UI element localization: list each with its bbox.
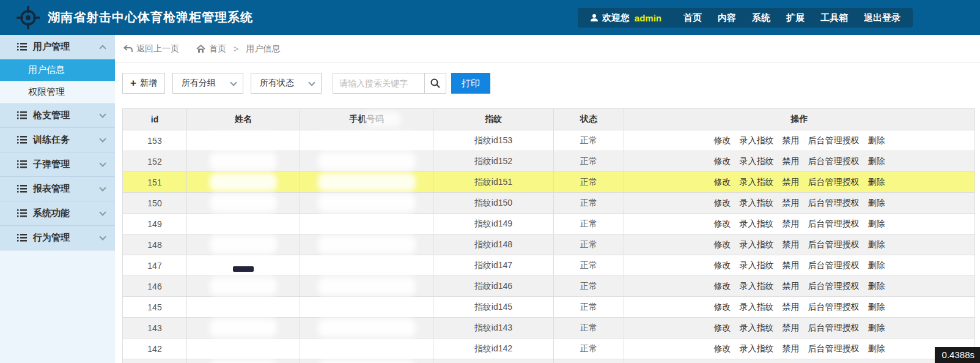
row-action-link[interactable]: 删除 — [868, 343, 885, 354]
cell-fingerprint: 指纹id147 — [433, 255, 554, 276]
sidebar-item[interactable]: 系统功能 — [0, 201, 115, 226]
back-to-previous-link[interactable]: 返回上一页 — [123, 43, 179, 54]
search-box — [333, 73, 446, 94]
cell-fingerprint: 指纹id142 — [433, 339, 554, 359]
row-action-link[interactable]: 修改 — [714, 343, 731, 354]
row-action-link[interactable]: 修改 — [714, 219, 731, 230]
sidebar-item[interactable]: 报表管理 — [0, 177, 115, 201]
row-action-link[interactable]: 录入指纹 — [740, 177, 774, 188]
row-action-link[interactable]: 录入指纹 — [740, 198, 774, 209]
top-nav-item[interactable]: 工具箱 — [820, 12, 848, 23]
username-link[interactable]: admin — [635, 13, 661, 23]
row-action-link[interactable]: 禁用 — [783, 219, 800, 230]
row-action-link[interactable]: 禁用 — [783, 260, 800, 271]
row-action-link[interactable]: 后台管理授权 — [808, 260, 860, 271]
row-action-link[interactable]: 删除 — [868, 198, 885, 209]
print-button[interactable]: 打印 — [451, 73, 490, 94]
row-action-link[interactable]: 删除 — [868, 260, 885, 271]
row-action-link[interactable]: 录入指纹 — [740, 219, 774, 230]
row-action-link[interactable]: 修改 — [714, 198, 731, 209]
row-action-link[interactable]: 删除 — [868, 323, 885, 334]
row-action-link[interactable]: 禁用 — [783, 323, 800, 334]
top-nav-item[interactable]: 内容 — [718, 12, 736, 23]
row-action-link[interactable]: 删除 — [868, 156, 885, 167]
page-title: 湖南省射击中心体育枪弹柜管理系统 — [48, 9, 253, 26]
search-input[interactable] — [333, 73, 424, 94]
top-nav-item[interactable]: 首页 — [683, 12, 702, 23]
table-row: 145 指纹id145 正常 修改录入指纹禁用后台管理授权删除 — [123, 297, 975, 318]
row-action-link[interactable]: 修改 — [714, 177, 731, 188]
cell-phone — [300, 255, 433, 276]
row-action-link[interactable]: 删除 — [868, 239, 885, 250]
top-nav-item[interactable]: 扩展 — [786, 12, 805, 23]
group-filter-select[interactable]: 所有分组 — [172, 73, 243, 94]
row-action-link[interactable]: 后台管理授权 — [808, 302, 860, 313]
row-action-link[interactable]: 禁用 — [783, 156, 800, 167]
row-action-link[interactable]: 录入指纹 — [740, 323, 774, 334]
row-action-link[interactable]: 禁用 — [783, 343, 800, 354]
search-button[interactable] — [424, 73, 446, 94]
row-action-link[interactable]: 后台管理授权 — [808, 219, 860, 230]
chevron-down-icon — [303, 73, 321, 93]
row-action-link[interactable]: 删除 — [868, 135, 885, 146]
cell-status: 正常 — [554, 151, 624, 172]
row-action-link[interactable]: 录入指纹 — [740, 135, 774, 146]
sidebar-subitem[interactable]: 用户信息 — [0, 59, 115, 81]
sidebar-item[interactable]: 训练任务 — [0, 128, 115, 152]
row-action-link[interactable]: 后台管理授权 — [808, 177, 860, 188]
redaction-blur — [210, 319, 277, 337]
row-action-link[interactable]: 修改 — [714, 302, 731, 313]
row-action-link[interactable]: 后台管理授权 — [808, 156, 860, 167]
table-row: 149 指纹id149 正常 修改录入指纹禁用后台管理授权删除 — [123, 214, 975, 234]
row-action-link[interactable]: 修改 — [714, 135, 731, 146]
row-action-link[interactable]: 录入指纹 — [740, 239, 774, 250]
breadcrumb-home-link[interactable]: 首页 — [196, 43, 226, 54]
sidebar-item[interactable]: 枪支管理 — [0, 103, 115, 128]
sidebar-item[interactable]: 行为管理 — [0, 226, 115, 250]
row-action-link[interactable]: 禁用 — [783, 302, 800, 313]
table-row: 146 指纹id146 正常 修改录入指纹禁用后台管理授权删除 — [123, 276, 975, 297]
cell-status: 正常 — [554, 318, 624, 339]
cell-phone — [300, 193, 433, 214]
sidebar-item[interactable]: 用户管理 — [0, 35, 115, 59]
row-action-link[interactable]: 后台管理授权 — [808, 343, 860, 354]
row-action-link[interactable]: 录入指纹 — [740, 302, 774, 313]
row-action-link[interactable]: 录入指纹 — [740, 156, 774, 167]
sidebar-subitem[interactable]: 权限管理 — [0, 81, 115, 103]
row-action-link[interactable]: 后台管理授权 — [808, 198, 860, 209]
top-nav-item[interactable]: 系统 — [752, 12, 770, 23]
row-action-link[interactable]: 后台管理授权 — [808, 281, 860, 292]
row-action-link[interactable]: 禁用 — [783, 198, 800, 209]
row-action-link[interactable]: 禁用 — [783, 281, 800, 292]
list-menu-icon — [17, 160, 27, 168]
row-action-link[interactable]: 修改 — [714, 260, 731, 271]
row-action-link[interactable]: 禁用 — [783, 177, 800, 188]
row-action-link[interactable]: 删除 — [868, 219, 885, 230]
redaction-dark-mark — [233, 266, 254, 272]
row-action-link[interactable]: 后台管理授权 — [808, 323, 860, 334]
row-action-link[interactable]: 禁用 — [783, 239, 800, 250]
row-action-link[interactable]: 后台管理授权 — [808, 135, 860, 146]
row-action-link[interactable]: 删除 — [868, 177, 885, 188]
row-action-link[interactable]: 修改 — [714, 239, 731, 250]
row-action-link[interactable]: 后台管理授权 — [808, 239, 860, 250]
sidebar-item[interactable]: 子弹管理 — [0, 152, 115, 177]
breadcrumb-current: 用户信息 — [246, 43, 280, 54]
row-action-link[interactable]: 录入指纹 — [740, 260, 774, 271]
add-button[interactable]: + 新增 — [122, 73, 165, 94]
row-action-link[interactable]: 禁用 — [783, 135, 800, 146]
row-action-link[interactable]: 删除 — [868, 281, 885, 292]
row-action-link[interactable]: 修改 — [714, 281, 731, 292]
status-filter-select[interactable]: 所有状态 — [251, 73, 322, 94]
row-action-link[interactable]: 录入指纹 — [740, 281, 774, 292]
row-action-link[interactable]: 修改 — [714, 156, 731, 167]
top-nav-item[interactable]: 退出登录 — [864, 12, 901, 23]
cell-fingerprint: 指纹id145 — [433, 297, 554, 318]
row-action-link[interactable]: 录入指纹 — [740, 343, 774, 354]
cell-name — [187, 339, 300, 359]
cell-actions — [624, 359, 975, 363]
row-action-link[interactable]: 修改 — [714, 323, 731, 334]
column-header: 操作 — [624, 109, 975, 130]
column-header: 状态 — [554, 109, 624, 130]
row-action-link[interactable]: 删除 — [868, 302, 885, 313]
